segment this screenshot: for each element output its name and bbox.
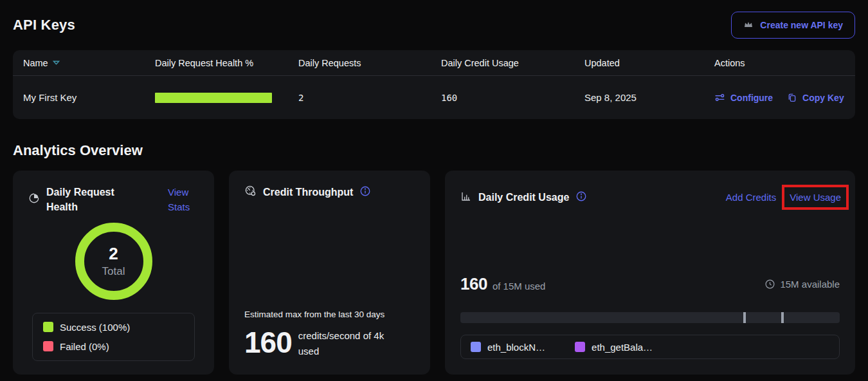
red-highlight-annotation: View Usage [782,185,849,210]
credits-used-caption: of 15M used [493,281,546,292]
card-title: Daily Request Health [46,185,122,214]
throughput-value-row: 160 credits/second of 4k used [244,327,415,359]
legend-item-success: Success (100%) [43,322,184,333]
daily-requests-value: 2 [298,93,441,103]
column-header-name[interactable]: Name [23,58,155,68]
column-header-credit-usage: Daily Credit Usage [441,58,584,68]
card-title: Credit Throughput [263,185,353,200]
throughput-caption: credits/second of 4k used [298,328,401,359]
api-keys-table: Name Daily Request Health % Daily Reques… [13,50,855,119]
configure-button[interactable]: Configure [714,92,773,103]
eth-getbalance-swatch [575,342,585,352]
health-bar-cell [155,93,298,103]
table-row: My First Key 2 160 Sep 8, 2025 Configure [13,76,855,119]
column-header-actions: Actions [714,58,855,68]
crown-icon [743,19,754,32]
page-title: API Keys [13,17,75,33]
copy-key-button[interactable]: Copy Key [787,93,844,103]
credit-throughput-card: Credit Throughput Estimated max from the… [229,171,430,375]
card-links: Add Credits View Usage [726,185,840,210]
analytics-cards: Daily Request Health View Stats 2 Total … [13,171,855,375]
legend-item-failed: Failed (0%) [43,341,184,352]
progress-tick [781,312,784,323]
clock-icon [764,279,775,290]
credits-available-label: 15M available [780,279,840,290]
health-legend: Success (100%) Failed (0%) [32,313,195,361]
request-health-donut-chart: 2 Total [28,223,199,300]
create-api-key-button[interactable]: Create new API key [731,12,855,39]
eth-blocknumber-swatch [471,342,481,352]
daily-credit-usage-value: 160 [441,93,584,103]
daily-request-health-card: Daily Request Health View Stats 2 Total … [13,171,214,375]
daily-credit-usage-card: Daily Credit Usage Add Credits View Usag… [445,171,855,375]
analytics-heading: Analytics Overview [13,142,855,159]
usage-legend: eth_blockN… eth_getBala… [460,335,840,359]
donut-total-value: 2 [109,244,118,264]
failed-swatch [43,341,53,351]
card-header: Daily Credit Usage Add Credits View Usag… [460,185,840,210]
legend-item-eth-blocknumber: eth_blockN… [471,342,545,353]
copy-icon [787,93,797,103]
column-header-updated: Updated [584,58,714,68]
success-swatch [43,322,53,332]
page-header: API Keys Create new API key [13,0,855,40]
progress-tick [743,312,746,323]
view-usage-link[interactable]: View Usage [790,192,841,203]
health-bar [155,93,272,103]
info-icon[interactable] [359,185,371,200]
chart-empty-area [460,210,840,274]
usage-summary-row: 160 of 15M used 15M available [460,274,840,294]
card-header: Credit Throughput [244,185,415,200]
add-credits-link[interactable]: Add Credits [726,190,776,205]
throughput-value: 160 [244,327,292,358]
actions-cell: Configure Copy Key [714,92,855,103]
api-key-name: My First Key [23,92,155,103]
bar-chart-icon [460,190,472,205]
dashboard-page: API Keys Create new API key Name Daily R… [0,0,868,375]
table-header-row: Name Daily Request Health % Daily Reques… [13,50,855,76]
column-header-requests: Daily Requests [298,58,441,68]
donut-total-label: Total [102,265,125,278]
create-api-key-label: Create new API key [760,20,843,30]
credit-usage-progress-bar [460,312,840,323]
card-header: Daily Request Health View Stats [28,185,199,215]
gauge-icon [244,185,257,200]
updated-value: Sep 8, 2025 [584,92,714,103]
legend-item-eth-getbalance: eth_getBala… [575,342,653,353]
column-header-health: Daily Request Health % [155,58,298,68]
credits-used-value: 160 [460,274,487,294]
pie-chart-icon [28,192,40,207]
chart-empty-area [244,200,415,310]
donut-ring: 2 Total [75,223,152,300]
info-icon[interactable] [575,190,587,205]
sort-chevron-down-icon[interactable] [53,60,60,66]
sliders-icon [714,92,725,103]
credits-available: 15M available [764,279,840,290]
view-stats-link[interactable]: View Stats [168,185,199,215]
throughput-subtitle: Estimated max from the last 30 days [244,310,415,319]
card-title: Daily Credit Usage [478,190,569,205]
